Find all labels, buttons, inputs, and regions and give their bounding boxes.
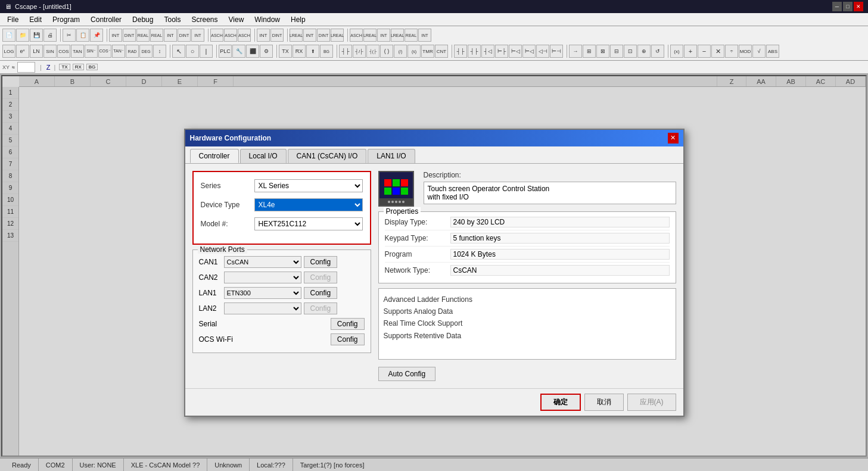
coil-res[interactable]: TMR [421, 45, 434, 58]
coil-no[interactable]: ( ) [380, 45, 393, 58]
log-button[interactable]: LOG [2, 45, 15, 58]
tb-btn-17[interactable]: ASCH [350, 29, 363, 42]
contact-no[interactable]: ┤├ [339, 45, 352, 58]
tb-btn-1[interactable]: INT [109, 29, 122, 42]
menu-controller[interactable]: Controller [86, 14, 126, 25]
menu-window[interactable]: Window [250, 14, 285, 25]
can1-config-button[interactable]: Config [304, 256, 338, 268]
tab-can1[interactable]: CAN1 (CsCAN) I/O [288, 149, 367, 163]
tb-btn-18[interactable]: LREAL [363, 29, 377, 42]
cnt-btn[interactable]: CNT [435, 45, 448, 58]
menu-file[interactable]: File [2, 14, 23, 25]
h2-btn[interactable]: ┤├ [468, 45, 481, 58]
cell-ref-input[interactable] [17, 62, 35, 73]
tb-btn-14[interactable]: INT [303, 29, 316, 42]
tb-btn-16[interactable]: LREAL [331, 29, 344, 42]
coil-nc[interactable]: (/) [394, 45, 407, 58]
tb-btn-21[interactable]: REAL [405, 29, 418, 42]
gate2-btn[interactable]: ⊠ [596, 45, 609, 58]
minimize-button[interactable]: ─ [832, 2, 842, 11]
mod-btn[interactable]: MOD [739, 45, 752, 58]
tb-btn-15[interactable]: DINT [317, 29, 330, 42]
h4-btn[interactable]: ⊢├ [495, 45, 508, 58]
tab-lan1[interactable]: LAN1 I/O [368, 149, 415, 163]
h6-btn[interactable]: ⊢◁ [522, 45, 536, 58]
upload-button[interactable]: ⬆ [306, 45, 319, 58]
wifi-config-button[interactable]: Config [331, 333, 365, 345]
plc2-button[interactable]: 🔧 [232, 45, 245, 58]
tb-btn-5[interactable]: INT [164, 29, 177, 42]
auto-config-button[interactable]: Auto Config [378, 367, 436, 381]
tb-btn-6[interactable]: DINT [178, 29, 191, 42]
model-select[interactable]: HEXT251C112 [254, 217, 363, 230]
download-button[interactable]: BG [320, 45, 333, 58]
paste-button[interactable]: 📌 [90, 29, 103, 42]
gate5-btn[interactable]: ⊕ [637, 45, 651, 58]
menu-edit[interactable]: Edit [24, 14, 46, 25]
sin-button[interactable]: SIN [43, 45, 57, 58]
rad-button[interactable]: RAD [126, 45, 139, 58]
can1-select[interactable]: CsCAN [224, 256, 301, 268]
contact-nc[interactable]: ┤/├ [353, 45, 366, 58]
tb-btn-20[interactable]: LREAL [391, 29, 404, 42]
tb-btn-8[interactable]: ASCH [210, 29, 223, 42]
lan1-select[interactable]: ETN300 [224, 287, 301, 299]
tb-btn-7[interactable]: INT [191, 29, 204, 42]
e-button[interactable]: eˣ [16, 45, 29, 58]
menu-screens[interactable]: Screens [186, 14, 222, 25]
can2-select[interactable] [224, 272, 301, 283]
h3-btn[interactable]: ┤◁ [481, 45, 494, 58]
func-btn[interactable]: (x) [670, 45, 683, 58]
hh-btn[interactable]: ┤├ [454, 45, 467, 58]
pipe-button[interactable]: | [200, 45, 213, 58]
cycle-btn[interactable]: ↺ [651, 45, 664, 58]
tb-btn-2[interactable]: DINT [123, 29, 136, 42]
lan2-config-button[interactable]: Config [304, 302, 338, 314]
copy-button[interactable]: 📋 [76, 29, 89, 42]
stop-button[interactable]: ⬛ [246, 45, 259, 58]
menu-debug[interactable]: Debug [127, 14, 158, 25]
cursor-button[interactable]: ↖ [172, 45, 185, 58]
arrow-btn[interactable]: → [569, 45, 582, 58]
restore-button[interactable]: □ [843, 2, 853, 11]
tb-btn-9[interactable]: ASCH [224, 29, 237, 42]
menu-view[interactable]: View [224, 14, 249, 25]
h7-btn[interactable]: ◁⊣ [536, 45, 549, 58]
tb-btn-22[interactable]: INT [418, 29, 431, 42]
cancel-button[interactable]: 取消 [584, 394, 624, 411]
gate-btn[interactable]: ⊞ [583, 45, 596, 58]
lan1-config-button[interactable]: Config [304, 287, 338, 299]
can2-config-button[interactable]: Config [304, 272, 338, 283]
connect-button[interactable]: TX [279, 45, 292, 58]
circle-button[interactable]: ○ [186, 45, 199, 58]
series-select[interactable]: XL Series [254, 179, 363, 192]
disconnect-button[interactable]: RX [293, 45, 306, 58]
lan2-select[interactable] [224, 302, 301, 314]
tb-btn-4[interactable]: REAL [150, 29, 163, 42]
ok-button[interactable]: 确定 [540, 394, 581, 411]
open-button[interactable]: 📁 [16, 29, 29, 42]
tb-btn-3[interactable]: REAL [136, 29, 150, 42]
gate3-btn[interactable]: ⊟ [610, 45, 623, 58]
coil-set[interactable]: (s) [407, 45, 421, 58]
tb-btn-12[interactable]: DINT [270, 29, 284, 42]
print-button[interactable]: 🖨 [43, 29, 57, 42]
sqrt-btn[interactable]: √ [752, 45, 766, 58]
tb-btn-11[interactable]: INT [257, 29, 270, 42]
tb-btn-13[interactable]: LREAL [290, 29, 303, 42]
divide-btn[interactable]: ÷ [725, 45, 738, 58]
cos-button[interactable]: COS [57, 45, 70, 58]
h5-btn[interactable]: ⊢◁ [509, 45, 522, 58]
contact-re[interactable]: ┤(├ [366, 45, 379, 58]
tab-controller[interactable]: Controller [190, 149, 239, 163]
acos-button[interactable]: COS⁻ [98, 45, 111, 58]
menu-tools[interactable]: Tools [159, 14, 185, 25]
device-type-select[interactable]: XL4e [254, 198, 363, 211]
minus-btn[interactable]: − [698, 45, 711, 58]
tan2-button[interactable]: TAN⁻ [112, 45, 125, 58]
tab-local-io[interactable]: Local I/O [240, 149, 287, 163]
h8-btn[interactable]: ⊢⊣ [550, 45, 563, 58]
tb-btn-19[interactable]: INT [377, 29, 390, 42]
cut-button[interactable]: ✂ [63, 29, 76, 42]
menu-program[interactable]: Program [48, 14, 85, 25]
